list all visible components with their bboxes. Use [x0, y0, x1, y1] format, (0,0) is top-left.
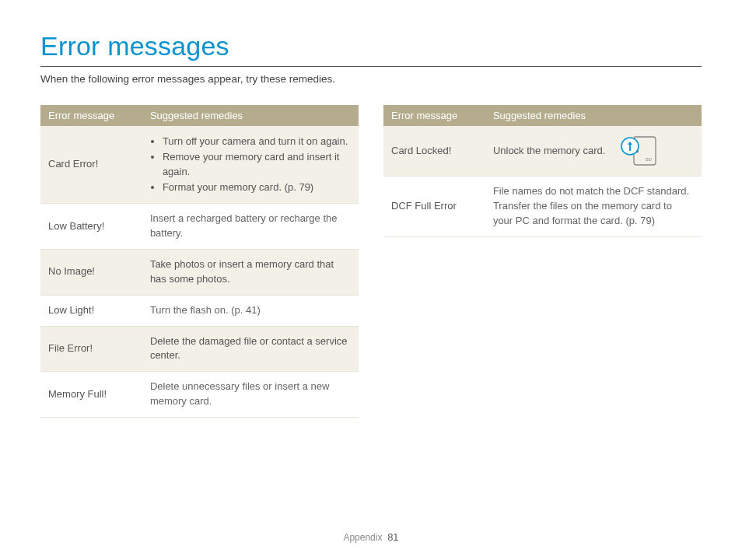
error-cell: Memory Full! [40, 372, 142, 418]
remedy-cell: Delete the damaged file or contact a ser… [142, 326, 359, 372]
error-cell: File Error! [40, 326, 142, 372]
footer-section: Appendix [343, 532, 382, 543]
table-row: Card Locked! Unlock the memory card. [383, 126, 702, 177]
error-cell: No Image! [40, 250, 142, 296]
intro-text: When the following error messages appear… [40, 73, 702, 85]
col-header-error: Error message [40, 105, 142, 126]
error-cell: Card Error! [40, 126, 142, 204]
title-rule [40, 66, 702, 67]
list-item: Turn off your camera and turn it on agai… [163, 135, 351, 149]
error-table-left: Error message Suggested remedies Card Er… [40, 105, 359, 418]
remedy-cell: Unlock the memory card. SD [485, 126, 702, 177]
error-table-right: Error message Suggested remedies Card Lo… [383, 105, 702, 237]
error-cell: Low Battery! [40, 204, 142, 250]
page-footer: Appendix 81 [0, 531, 742, 543]
page-content: Error messages When the following error … [0, 0, 742, 418]
table-row: Low Battery! Insert a recharged battery … [40, 204, 359, 250]
sd-label: SD [646, 157, 653, 162]
remedy-cell: File names do not match the DCF standard… [485, 177, 702, 237]
table-row: DCF Full Error File names do not match t… [383, 177, 702, 237]
remedy-text: Unlock the memory card. [493, 144, 606, 159]
table-row: Card Error! Turn off your camera and tur… [40, 126, 359, 204]
remedy-cell: Take photos or insert a memory card that… [142, 250, 359, 296]
content-columns: Error message Suggested remedies Card Er… [40, 105, 702, 418]
col-header-remedy: Suggested remedies [142, 105, 359, 126]
remedy-list: Turn off your camera and turn it on agai… [150, 135, 351, 194]
col-header-error: Error message [383, 105, 485, 126]
table-row: No Image! Take photos or insert a memory… [40, 250, 359, 296]
left-column: Error message Suggested remedies Card Er… [40, 105, 359, 418]
remedy-cell: Turn the flash on. (p. 41) [142, 295, 359, 326]
sd-card-unlock-icon: SD [613, 134, 660, 168]
remedy-cell: Delete unnecessary files or insert a new… [142, 372, 359, 418]
table-row: Low Light! Turn the flash on. (p. 41) [40, 295, 359, 326]
remedy-cell: Insert a recharged battery or recharge t… [142, 204, 359, 250]
error-cell: Low Light! [40, 295, 142, 326]
col-header-remedy: Suggested remedies [485, 105, 702, 126]
error-cell: DCF Full Error [383, 177, 485, 237]
footer-page-number: 81 [387, 531, 398, 543]
right-column: Error message Suggested remedies Card Lo… [383, 105, 702, 418]
page-title: Error messages [40, 31, 702, 66]
table-row: File Error! Delete the damaged file or c… [40, 326, 359, 372]
error-cell: Card Locked! [383, 126, 485, 177]
list-item: Remove your memory card and insert it ag… [163, 150, 351, 180]
remedy-cell: Turn off your camera and turn it on agai… [142, 126, 359, 204]
list-item: Format your memory card. (p. 79) [163, 180, 351, 195]
table-row: Memory Full! Delete unnecessary files or… [40, 372, 359, 418]
